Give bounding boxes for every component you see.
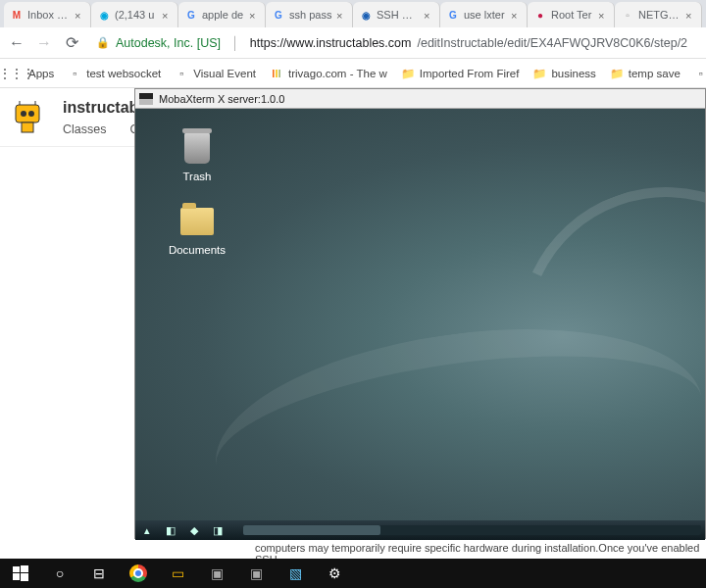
tab-google-ssh[interactable]: G ssh pass ×: [266, 2, 353, 27]
nav-classes[interactable]: Classes: [63, 122, 106, 136]
tab-label: NETGEAR: [638, 9, 681, 21]
browser-tab-strip: M Inbox (25 × ◉ (2,143 u × G apple de × …: [0, 0, 706, 27]
start-button[interactable]: [2, 559, 39, 588]
close-icon[interactable]: ×: [249, 10, 259, 20]
desktop-icon-label: Documents: [169, 244, 226, 256]
taskbar-terminal[interactable]: ▣: [198, 559, 235, 588]
close-icon[interactable]: ×: [162, 10, 172, 20]
taskbar-terminal-2[interactable]: ▣: [237, 559, 275, 588]
search-button[interactable]: ○: [41, 559, 78, 588]
tab-label: (2,143 u: [115, 9, 158, 21]
svg-rect-3: [22, 122, 33, 132]
page-icon: ▫: [694, 67, 706, 80]
folder-icon: [179, 202, 215, 241]
bookmark-lg-tv[interactable]: ▫ LG's 2012 Smart TV: [694, 67, 706, 80]
bookmarks-bar: ⋮⋮⋮ Apps ▫ test websocket ▫ Visual Event…: [0, 59, 706, 88]
close-icon[interactable]: ×: [685, 10, 695, 20]
svg-rect-7: [21, 565, 28, 572]
remote-titlebar[interactable]: MobaXterm X server:1.0.0: [135, 89, 705, 109]
desktop-icon-label: Trash: [183, 171, 212, 182]
mobaxterm-icon: [139, 93, 153, 105]
url-host: https://www.instructables.com: [250, 36, 412, 50]
address-bar[interactable]: 🔒 Autodesk, Inc. [US] │ https://www.inst…: [90, 36, 698, 50]
lock-icon: 🔒: [96, 36, 110, 49]
svg-rect-8: [13, 573, 20, 580]
google-icon: G: [446, 8, 460, 22]
bookmark-visual-event[interactable]: ▫ Visual Event: [175, 67, 256, 80]
taskbar-explorer[interactable]: ▭: [159, 559, 196, 588]
remote-taskbar-item[interactable]: ◨: [210, 523, 226, 537]
ssl-origin-label: Autodesk, Inc. [US]: [116, 36, 221, 50]
chevron-up-icon[interactable]: ▴: [139, 523, 155, 537]
tab-label: SSH Pass: [377, 9, 420, 21]
folder-icon: 📁: [610, 67, 624, 80]
remote-window: MobaXterm X server:1.0.0 Trash Documents…: [134, 88, 706, 539]
remote-window-title: MobaXterm X server:1.0.0: [159, 93, 284, 105]
bookmark-label: Visual Event: [193, 68, 256, 79]
bookmark-apps[interactable]: ⋮⋮⋮ Apps: [10, 67, 54, 80]
svg-rect-0: [16, 105, 39, 122]
url-path: /editInstructable/edit/EX4AFWQJRV8C0K6/s…: [417, 36, 687, 50]
bookmark-business[interactable]: 📁 business: [532, 67, 595, 80]
close-icon[interactable]: ×: [511, 10, 521, 20]
taskbar-images[interactable]: ▧: [277, 559, 314, 588]
remote-desktop[interactable]: Trash Documents: [135, 109, 705, 520]
bookmark-trivago[interactable]: III trivago.com - The w: [270, 67, 387, 80]
tab-netgear[interactable]: ▫ NETGEAR ×: [615, 2, 702, 27]
reload-button[interactable]: ⟳: [63, 34, 80, 52]
remote-scrollbar[interactable]: [243, 525, 701, 535]
tab-google-apple[interactable]: G apple de ×: [178, 2, 266, 27]
svg-rect-9: [21, 573, 28, 581]
bookmark-imported[interactable]: 📁 Imported From Firef: [401, 67, 520, 80]
tab-raspberry[interactable]: ● Root Ter ×: [528, 2, 615, 27]
remote-taskbar-item[interactable]: ◆: [186, 523, 202, 537]
bookmark-label: trivago.com - The w: [288, 68, 387, 79]
bookmark-label: Apps: [28, 68, 54, 79]
bookmark-temp-save[interactable]: 📁 temp save: [610, 67, 681, 80]
tab-att[interactable]: ◉ (2,143 u ×: [91, 2, 178, 27]
trash-icon: [179, 128, 215, 168]
page-icon: ▫: [175, 67, 188, 80]
forward-button[interactable]: →: [35, 34, 53, 52]
desktop-icon-documents[interactable]: Documents: [163, 202, 231, 256]
close-icon[interactable]: ×: [75, 10, 84, 20]
tab-label: apple de: [202, 9, 245, 21]
bookmark-label: Imported From Firef: [420, 68, 520, 79]
tab-label: Root Ter: [551, 9, 594, 21]
bookmark-test-websocket[interactable]: ▫ test websocket: [68, 67, 161, 80]
bookmark-label: business: [551, 68, 595, 79]
gmail-icon: M: [10, 8, 24, 22]
page-icon: ▫: [68, 67, 81, 80]
att-icon: ◉: [97, 8, 111, 22]
svg-point-1: [21, 111, 26, 117]
tab-label: use lxter: [464, 9, 507, 21]
close-icon[interactable]: ×: [424, 10, 433, 20]
tab-google-lxter[interactable]: G use lxter ×: [440, 2, 528, 27]
taskbar-chrome[interactable]: [120, 559, 157, 588]
tab-label: Inbox (25: [27, 9, 71, 21]
tab-sshpass[interactable]: ◉ SSH Pass ×: [353, 2, 440, 27]
windows-taskbar: ○ ⊟ ▭ ▣ ▣ ▧ ⚙: [0, 559, 706, 588]
remote-taskbar: ▴ ◧ ◆ ◨: [135, 520, 705, 540]
desktop-icon-trash[interactable]: Trash: [163, 128, 231, 182]
task-view-button[interactable]: ⊟: [80, 559, 118, 588]
remote-taskbar-item[interactable]: ◧: [163, 523, 178, 537]
address-bar-row: ← → ⟳ 🔒 Autodesk, Inc. [US] │ https://ww…: [0, 27, 706, 59]
tab-inbox[interactable]: M Inbox (25 ×: [4, 2, 91, 27]
bookmark-label: test websocket: [86, 68, 161, 79]
back-button[interactable]: ←: [8, 34, 25, 52]
close-icon[interactable]: ×: [336, 10, 346, 20]
instructables-logo[interactable]: [10, 97, 45, 138]
folder-icon: 📁: [401, 67, 415, 80]
svg-rect-6: [13, 566, 20, 572]
apps-icon: ⋮⋮⋮: [10, 67, 24, 80]
folder-icon: 📁: [532, 67, 546, 80]
close-icon[interactable]: ×: [598, 10, 608, 20]
raspberry-icon: ●: [533, 8, 547, 22]
google-icon: G: [272, 8, 285, 22]
google-icon: G: [184, 8, 198, 22]
svg-point-2: [28, 111, 34, 117]
taskbar-settings[interactable]: ⚙: [316, 559, 353, 588]
ssh-icon: ◉: [359, 8, 373, 22]
trivago-icon: III: [270, 67, 283, 80]
